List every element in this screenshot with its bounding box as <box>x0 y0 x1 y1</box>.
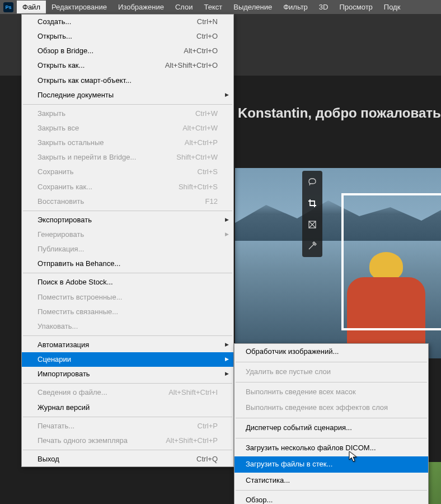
file-menu-separator <box>23 450 232 450</box>
menu-item-label: Сценарии <box>37 354 71 365</box>
file-menu-item[interactable]: Автоматизация <box>22 338 233 352</box>
scripts-menu-separator <box>236 362 427 362</box>
menu-item-shortcut: Alt+Ctrl+P <box>185 137 218 148</box>
menu-item-label: Загрузить несколько файлов DICOM... <box>246 442 376 454</box>
file-menu-separator <box>23 104 232 105</box>
scripts-menu-item: Удалить все пустые слои <box>234 364 428 380</box>
scripts-menu-item: Выполнить сведение всех масок <box>234 384 428 400</box>
menubar-view[interactable]: Просмотр <box>334 1 378 13</box>
welcome-heading: Konstantin, добро пожаловать в Ph <box>238 105 441 121</box>
menu-item-label: Открыть как смарт-объект... <box>37 75 132 86</box>
menu-item-shortcut: Alt+Ctrl+W <box>182 123 218 134</box>
ps-logo-icon[interactable]: Ps <box>3 2 13 12</box>
lasso-icon[interactable] <box>304 174 320 190</box>
menubar-image[interactable]: Изображение <box>112 1 170 13</box>
menu-item-label: Журнал версий <box>37 402 90 413</box>
file-menu-item: Закрыть остальныеAlt+Ctrl+P <box>22 136 233 150</box>
eyedropper-icon[interactable] <box>304 238 320 254</box>
menu-item-label: Отправить на Behance... <box>37 258 120 269</box>
menu-item-label: Импортировать <box>37 368 90 380</box>
file-menu-item[interactable]: Обзор в Bridge...Alt+Ctrl+O <box>22 44 233 58</box>
menu-item-label: Восстановить <box>37 196 84 207</box>
menu-item-label: Публикация... <box>37 244 84 255</box>
menu-item-shortcut: Ctrl+S <box>198 166 218 178</box>
menu-item-shortcut: Shift+Ctrl+W <box>176 152 218 163</box>
menu-item-shortcut: Alt+Shift+Ctrl+O <box>165 60 218 71</box>
file-menu-item[interactable]: Экспортировать <box>22 213 233 227</box>
menu-item-label: Генерировать <box>37 229 84 240</box>
hero-image <box>235 168 441 358</box>
scripts-menu-item[interactable]: Обзор... <box>234 492 428 504</box>
menu-item-shortcut: Ctrl+W <box>195 108 218 119</box>
crop-icon[interactable] <box>304 195 320 211</box>
file-menu-item[interactable]: Поиск в Adobe Stock... <box>22 275 233 290</box>
scripts-menu-item: Выполнить сведение всех эффектов слоя <box>234 400 428 416</box>
file-menu-item: СохранитьCtrl+S <box>22 165 233 179</box>
file-menu-item: Закрыть и перейти в Bridge...Shift+Ctrl+… <box>22 150 233 165</box>
menu-item-label: Закрыть и перейти в Bridge... <box>37 152 136 163</box>
frame-icon[interactable] <box>304 217 320 232</box>
menu-item-label: Сведения о файле... <box>37 387 107 398</box>
crop-frame-overlay <box>341 193 441 330</box>
menu-item-label: Печать одного экземпляра <box>37 435 128 446</box>
menu-item-shortcut: Ctrl+N <box>197 16 218 27</box>
file-menu-item[interactable]: Импортировать <box>22 367 233 381</box>
file-menu-item: Печатать...Ctrl+P <box>22 419 233 433</box>
menu-item-shortcut: Ctrl+P <box>198 421 218 432</box>
file-menu-item: ЗакрытьCtrl+W <box>22 106 233 121</box>
menu-item-shortcut: F12 <box>205 196 218 207</box>
menu-item-label: Диспетчер событий сценария... <box>246 422 352 434</box>
file-menu-item[interactable]: Открыть как смарт-объект... <box>22 73 233 88</box>
file-menu-dropdown: Создать...Ctrl+NОткрыть...Ctrl+OОбзор в … <box>21 14 234 467</box>
menubar: Ps Файл Редактирование Изображение Слои … <box>0 0 441 14</box>
menu-item-label: Статистика... <box>246 475 290 487</box>
file-menu-separator <box>23 383 232 384</box>
file-menu-item[interactable]: Открыть...Ctrl+O <box>22 29 233 44</box>
menu-item-label: Экспортировать <box>37 214 92 226</box>
scripts-menu-separator <box>236 438 427 438</box>
scripts-menu-separator <box>236 382 427 382</box>
menu-item-shortcut: Alt+Ctrl+O <box>184 45 218 57</box>
menu-item-label: Сохранить как... <box>37 181 92 193</box>
scripts-menu-item[interactable]: Статистика... <box>234 473 428 489</box>
file-menu-item[interactable]: Открыть как...Alt+Shift+Ctrl+O <box>22 58 233 73</box>
scripts-menu-item[interactable]: Диспетчер событий сценария... <box>234 420 428 436</box>
scripts-menu-item[interactable]: Обработчик изображений... <box>234 344 428 360</box>
file-menu-item: Печать одного экземпляраAlt+Shift+Ctrl+P <box>22 433 233 448</box>
file-menu-item[interactable]: ВыходCtrl+Q <box>22 452 233 466</box>
menu-item-label: Закрыть <box>37 108 65 119</box>
menu-item-label: Открыть как... <box>37 60 85 71</box>
menubar-text[interactable]: Текст <box>199 1 228 13</box>
menubar-plugins[interactable]: Подк <box>378 1 406 13</box>
menu-item-label: Упаковать... <box>37 321 78 332</box>
menubar-filter[interactable]: Фильтр <box>278 1 313 13</box>
menu-item-label: Поместить связанные... <box>37 306 118 318</box>
file-menu-item: Закрыть всеAlt+Ctrl+W <box>22 121 233 136</box>
menubar-edit[interactable]: Редактирование <box>46 1 112 13</box>
menu-item-label: Закрыть остальные <box>37 137 104 148</box>
file-menu-item[interactable]: Журнал версий <box>22 400 233 415</box>
scripts-menu-item[interactable]: Загрузить несколько файлов DICOM... <box>234 440 428 456</box>
menubar-layers[interactable]: Слои <box>170 1 199 13</box>
menu-item-label: Поместить встроенные... <box>37 292 122 303</box>
menu-item-label: Обработчик изображений... <box>246 346 339 358</box>
file-menu-item: Поместить связанные... <box>22 305 233 319</box>
file-menu-item[interactable]: Создать...Ctrl+N <box>22 15 233 29</box>
menu-item-shortcut: Ctrl+O <box>196 31 218 42</box>
menubar-select[interactable]: Выделение <box>228 1 278 13</box>
file-menu-item[interactable]: Последние документы <box>22 88 233 102</box>
menu-item-shortcut: Ctrl+Q <box>196 454 218 465</box>
file-menu-separator <box>23 211 232 211</box>
menu-item-label: Последние документы <box>37 90 114 101</box>
file-menu-separator <box>23 273 232 273</box>
menu-item-label: Загрузить файлы в стек... <box>246 459 332 470</box>
menu-item-label: Выполнить сведение всех эффектов слоя <box>246 402 388 414</box>
scripts-menu-item[interactable]: Загрузить файлы в стек... <box>234 456 428 473</box>
menu-item-shortcut: Alt+Shift+Ctrl+P <box>166 435 218 446</box>
file-menu-item[interactable]: Отправить на Behance... <box>22 256 233 271</box>
file-menu-item: Сохранить как...Shift+Ctrl+S <box>22 180 233 194</box>
menu-item-label: Поиск в Adobe Stock... <box>37 277 113 288</box>
menubar-3d[interactable]: 3D <box>313 1 334 13</box>
menubar-file[interactable]: Файл <box>17 1 46 13</box>
file-menu-item[interactable]: Сценарии <box>22 352 233 367</box>
